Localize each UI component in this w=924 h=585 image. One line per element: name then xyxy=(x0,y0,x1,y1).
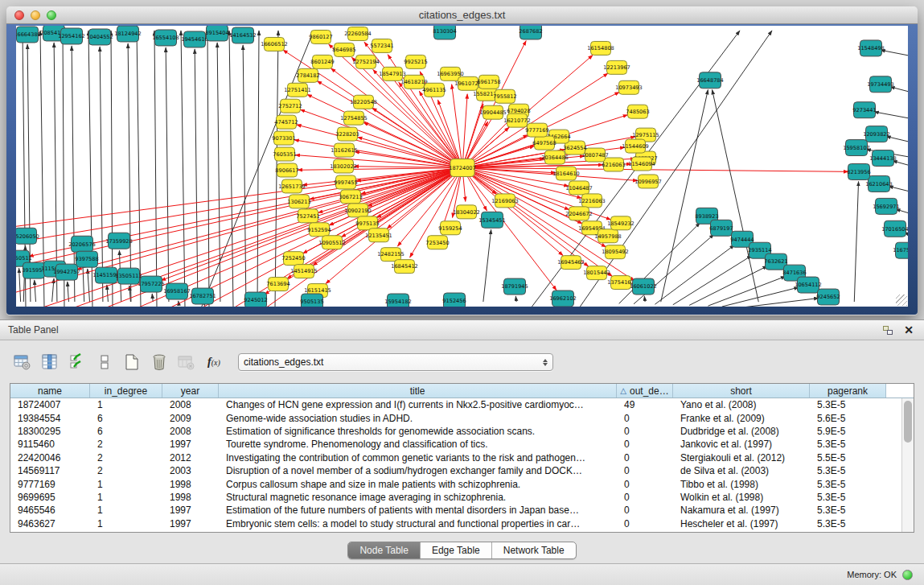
graph-node[interactable]: 7252450 xyxy=(281,252,305,266)
graph-node[interactable]: 19734493 xyxy=(867,76,894,93)
table-cell[interactable]: 1 xyxy=(90,479,162,490)
graph-node[interactable]: 17016504 xyxy=(881,220,908,237)
graph-node[interactable]: 8130304 xyxy=(433,26,456,39)
graph-node[interactable]: 9975135 xyxy=(355,216,379,230)
table-row[interactable]: 1872400712008Changes of HCN gene express… xyxy=(10,398,901,411)
graph-node[interactable]: 13444138 xyxy=(869,150,897,167)
graph-node[interactable]: 12135451 xyxy=(365,229,392,242)
resize-handle[interactable] xyxy=(896,295,907,306)
table-cell[interactable]: 0 xyxy=(617,479,673,490)
table-cell[interactable]: 5.3E-5 xyxy=(810,492,886,503)
graph-node[interactable]: 11548498 xyxy=(857,40,885,56)
graph-node[interactable]: 16061022 xyxy=(630,278,657,295)
graph-node[interactable]: 9997455 xyxy=(334,175,357,189)
graph-node[interactable]: 9152456 xyxy=(442,293,466,307)
scrollbar-thumb[interactable] xyxy=(904,401,912,443)
table-cell[interactable]: 9463627 xyxy=(10,518,90,529)
graph-node[interactable]: 8213956 xyxy=(847,164,870,180)
graph-node[interactable]: 16958167 xyxy=(163,283,191,299)
table-cell[interactable]: Disruption of a novel member of a sodium… xyxy=(219,465,617,476)
table-cell[interactable]: 5.3E-5 xyxy=(810,505,886,516)
table-cell[interactable]: Estimation of significance thresholds fo… xyxy=(219,426,617,437)
column-header-title[interactable]: title xyxy=(219,384,617,398)
graph-node[interactable]: 1306213 xyxy=(287,195,310,208)
graph-node[interactable]: 4745712 xyxy=(274,115,298,129)
graph-node[interactable]: 9245012 xyxy=(244,292,267,307)
graph-node[interactable]: 12093822 xyxy=(863,126,890,142)
graph-node[interactable]: 8915404 xyxy=(205,26,228,41)
table-row[interactable]: 1938455462009Genome-wide association stu… xyxy=(10,411,901,424)
graph-node[interactable]: 12169063 xyxy=(491,194,519,208)
table-row[interactable]: 969969511998Structural magnetic resonanc… xyxy=(10,491,901,504)
table-row[interactable]: 1830029562008Estimation of significance … xyxy=(10,425,901,438)
table-cell[interactable]: Dudbridge et al. (2008) xyxy=(673,426,810,437)
table-cell[interactable]: 18724007 xyxy=(10,399,90,410)
graph-node[interactable]: 7527451 xyxy=(296,209,319,223)
table-cell[interactable]: 19384554 xyxy=(10,413,90,424)
table-row[interactable]: 946362711997Embryonic stem cells: a mode… xyxy=(10,517,901,530)
graph-node[interactable]: 15345451 xyxy=(478,212,506,228)
graph-node[interactable]: 11546094 xyxy=(628,157,655,171)
float-window-icon[interactable] xyxy=(881,323,895,336)
table-cell[interactable]: 2003 xyxy=(162,465,219,476)
graph-node[interactable]: 19454616 xyxy=(181,31,208,47)
table-cell[interactable]: Investigating the contribution of common… xyxy=(219,452,617,463)
table-cell[interactable]: 2 xyxy=(90,452,162,463)
table-cell[interactable]: Jankovic et al. (1997) xyxy=(673,439,810,450)
graph-node[interactable]: 15958107 xyxy=(843,140,870,156)
table-cell[interactable]: 1 xyxy=(90,399,162,410)
graph-node[interactable]: 18791945 xyxy=(501,278,528,295)
table-cell[interactable]: 2009 xyxy=(162,413,219,424)
table-cell[interactable]: 5.5E-5 xyxy=(810,452,886,463)
table-row[interactable]: 977716911998Corpus callosum shape and si… xyxy=(10,477,901,490)
graph-hub-node[interactable]: 18724007 xyxy=(449,159,476,177)
table-cell[interactable]: 0 xyxy=(617,505,673,516)
graph-node[interactable]: 25206050 xyxy=(16,228,39,244)
graph-node[interactable]: 20206576 xyxy=(68,236,96,252)
graph-node[interactable]: 16648784 xyxy=(696,72,724,89)
graph-node[interactable]: 18164610 xyxy=(552,167,580,180)
table-cell[interactable]: 0 xyxy=(617,465,673,476)
table-selector-dropdown[interactable]: citations_edges.txt xyxy=(238,353,553,371)
graph-node[interactable]: 8601249 xyxy=(310,55,334,68)
table-cell[interactable]: Tibbo et al. (1998) xyxy=(673,479,810,490)
graph-node[interactable]: 9397588 xyxy=(75,251,98,267)
graph-node[interactable]: 10404552 xyxy=(86,29,113,45)
graph-node[interactable]: 3067213 xyxy=(339,190,362,204)
function-builder-icon[interactable]: f(x) xyxy=(203,351,225,373)
graph-node[interactable]: 18549232 xyxy=(607,216,634,230)
graph-node[interactable]: 12213967 xyxy=(603,60,630,74)
graph-node[interactable]: 15692971 xyxy=(873,198,900,214)
delete-rows-icon[interactable] xyxy=(148,351,170,373)
table-cell[interactable]: 14569117 xyxy=(10,465,90,476)
graph-node[interactable]: 2752712 xyxy=(278,99,302,113)
graph-node[interactable]: 9860127 xyxy=(309,30,332,43)
graph-node[interactable]: 17359928 xyxy=(105,233,133,249)
table-cell[interactable]: Tourette syndrome. Phenomenology and cla… xyxy=(219,439,617,450)
graph-node[interactable]: 9505135 xyxy=(300,294,323,307)
table-cell[interactable]: 5.3E-5 xyxy=(810,399,886,410)
network-graph[interactable]: 1872400786469858601249278418212751411275… xyxy=(16,26,908,307)
table-cell[interactable]: 5.9E-5 xyxy=(810,426,886,437)
graph-node[interactable]: 9073301 xyxy=(272,131,295,145)
graph-node[interactable]: 4961135 xyxy=(422,83,446,97)
graph-node[interactable]: 14164532 xyxy=(229,27,257,43)
table-cell[interactable]: 0 xyxy=(617,439,673,450)
graph-node[interactable]: 11046487 xyxy=(565,181,593,195)
graph-node[interactable]: 12216063 xyxy=(578,194,606,208)
column-header-pagerank[interactable]: pagerank xyxy=(810,384,886,398)
table-cell[interactable]: 2 xyxy=(90,439,162,450)
graph-node[interactable]: 9273441 xyxy=(852,102,876,118)
network-canvas[interactable]: 1872400786469858601249278418212751411275… xyxy=(16,26,908,307)
graph-node[interactable]: 16554108 xyxy=(152,30,179,46)
table-cell[interactable]: 1 xyxy=(90,505,162,516)
table-cell[interactable]: 6 xyxy=(90,413,162,424)
table-cell[interactable]: 5.6E-5 xyxy=(810,413,886,424)
graph-node[interactable]: 15954182 xyxy=(384,294,412,307)
table-cell[interactable]: 9465546 xyxy=(10,505,90,516)
table-cell[interactable]: 0 xyxy=(617,426,673,437)
table-cell[interactable]: 6 xyxy=(90,426,162,437)
table-cell[interactable]: 9777169 xyxy=(10,479,90,490)
graph-node[interactable]: 6497568 xyxy=(532,136,556,150)
graph-node[interactable]: 9925215 xyxy=(404,55,427,68)
